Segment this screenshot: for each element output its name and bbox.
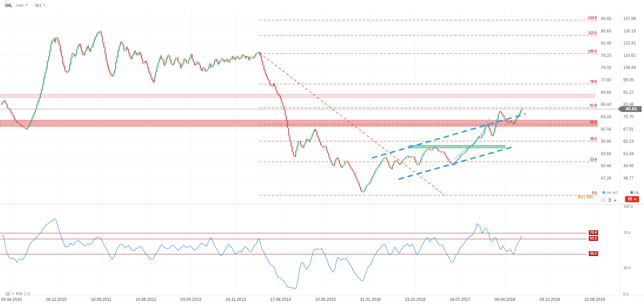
date-axis-label: 24.11.2013: [225, 297, 246, 302]
price-axis-right-value: 130.19: [623, 29, 636, 33]
indicator-period: [14]: [24, 292, 30, 296]
remove-overlay-icon[interactable]: ×: [614, 199, 616, 202]
trading-platform-window: OIL CMD W1 80.63 03d09h OIL.WT.. × OIL: [0, 0, 644, 305]
date-axis-label: 22.09.2019: [584, 297, 605, 302]
overlay-color-swatch: [603, 191, 605, 194]
price-axis-right-value: 106.84: [623, 65, 636, 70]
date-axis-label: 08.04.2018: [495, 297, 515, 302]
date-axis-label: 23.10.2016: [405, 297, 426, 302]
fib-level-label: 78.6: [590, 80, 597, 83]
fib-level-label: 50.0: [590, 120, 597, 124]
price-axis-right-value: 99.05: [623, 78, 634, 82]
fib-level-label: 123.6: [588, 16, 597, 20]
rsi-level-tag: 63.5: [589, 236, 598, 241]
fib-level-label: 100.0: [588, 49, 597, 53]
reorder-icon[interactable]: [608, 197, 612, 204]
chevron-down-icon: [43, 4, 46, 6]
main-legend: OIL: [631, 191, 640, 194]
price-axis-left-value: 82.43: [601, 41, 611, 45]
price-axis-right-value: 60.13: [623, 139, 634, 144]
timeframe-dropdown[interactable]: W1: [30, 3, 46, 8]
countdown-hours: 09: [586, 194, 592, 200]
price-axis-left-value: 63.24: [601, 114, 611, 119]
price-axis-right-value: 44.56: [623, 163, 634, 168]
price-axis-right-value: 52.34: [623, 151, 634, 156]
price-axis-left-value: 79.23: [601, 53, 611, 58]
timeframe-label: W1: [35, 3, 41, 8]
chevron-down-icon: [25, 4, 28, 6]
price-axis-right-value: 122.41: [623, 41, 636, 45]
price-axis-left-value: 85.63: [601, 29, 611, 33]
date-axis-label: 18.09.2011: [91, 297, 111, 302]
price-axis-right-value: 75.70: [623, 114, 634, 119]
price-axis-left-value: 56.84: [601, 139, 611, 144]
rsi-scale-label: 70.0: [623, 231, 631, 235]
price-axis-left-value: 76.03: [601, 65, 611, 70]
rsi-scale-label: 0.0: [623, 292, 628, 296]
chart-header: OIL CMD W1: [5, 3, 46, 8]
instrument-type-label: CMD: [16, 3, 24, 7]
price-axis-left-value: 47.24: [601, 176, 611, 181]
rsi-indicator-label-row: × RSI [14]: [6, 291, 30, 297]
price-chart-canvas[interactable]: [0, 0, 644, 305]
countdown-days-unit: d: [583, 195, 585, 199]
instrument-symbol: OIL: [5, 3, 12, 8]
rsi-level-tag: 70.0: [589, 230, 598, 235]
date-axis-label: 10.06.2012: [136, 297, 156, 302]
rsi-level-tag: 46.0: [589, 251, 598, 256]
date-axis-label: 26.12.2010: [46, 297, 67, 302]
date-axis-label: 03.03.2013: [180, 297, 201, 302]
price-axis-right-value: 137.98: [623, 16, 636, 21]
rsi-scale-label: 100.0: [623, 204, 633, 209]
current-price-tag: 80.63: [621, 106, 642, 112]
overlay-legend-label: OIL.WT..: [606, 191, 619, 194]
main-legend-label: OIL: [634, 191, 640, 194]
visibility-eye-icon[interactable]: [601, 197, 606, 204]
price-axis-left-value: 72.83: [601, 78, 611, 82]
price-tag-arrow: [618, 106, 621, 112]
countdown-hours-unit: h: [592, 195, 594, 199]
date-axis-label: 04.04.2010: [1, 297, 22, 302]
price-axis-left-value: 50.44: [601, 163, 611, 168]
price-axis-left-value: 66.44: [601, 102, 611, 107]
chart-type-button[interactable]: ×: [625, 196, 639, 202]
indicator-settings-icon[interactable]: [6, 291, 10, 297]
fib-level-label: 113.0: [588, 31, 597, 35]
candle-countdown: 03d09h: [578, 194, 595, 200]
price-axis-left-value: 88.83: [601, 16, 611, 21]
date-axis-label: 16.07.2017: [450, 297, 470, 302]
price-axis-right-value: 91.27: [623, 90, 634, 95]
fib-level-label: 61.8: [590, 103, 597, 107]
price-axis-right-value: 36.77: [623, 176, 634, 181]
fib-level-label: 23.6: [590, 157, 597, 161]
date-axis-label: 29.12.2018: [539, 297, 560, 302]
price-axis-left-value: 53.64: [601, 151, 611, 156]
candlestick-icon: [628, 196, 632, 202]
price-axis-left-value: 60.04: [601, 127, 611, 132]
price-axis-right-value: 67.91: [623, 127, 634, 132]
remove-indicator-icon[interactable]: ×: [12, 292, 14, 295]
rsi-scale-label: 30.0: [623, 266, 631, 270]
overlay-legend-controls: ×: [601, 197, 616, 204]
date-axis-label: 10.05.2015: [315, 297, 336, 302]
price-axis-left-value: 69.64: [601, 90, 611, 95]
price-axis-right-value: 114.62: [623, 53, 636, 58]
countdown-days: 03: [578, 194, 583, 200]
date-axis-label: 31.01.2016: [360, 297, 381, 302]
overlay-legend: OIL.WT..: [603, 191, 619, 194]
fib-level-label: 38.2: [590, 137, 597, 141]
main-color-swatch: [631, 191, 633, 194]
indicator-name: RSI: [16, 292, 22, 296]
date-axis-label: 17.08.2014: [270, 297, 291, 302]
instrument-type-dropdown[interactable]: CMD: [15, 3, 28, 7]
close-icon: ×: [634, 197, 636, 201]
